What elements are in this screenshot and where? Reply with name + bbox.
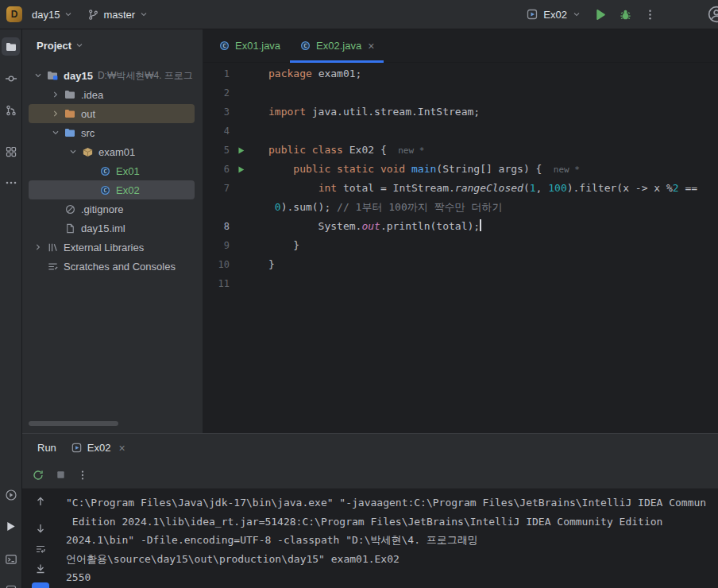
java-class-icon: C	[218, 40, 230, 52]
line-number: 3	[203, 103, 230, 122]
tree-item-exam01[interactable]: exam01	[29, 142, 195, 161]
run-button[interactable]	[593, 8, 607, 21]
close-icon[interactable]: ×	[119, 442, 125, 455]
tree-item-out[interactable]: out	[29, 104, 195, 123]
code-text[interactable]: }	[268, 255, 275, 274]
gutter	[230, 255, 268, 274]
branch-selector[interactable]: master	[83, 6, 153, 23]
run-tab-ex02[interactable]: Ex02 ×	[71, 442, 125, 455]
project-panel-header[interactable]: Project	[22, 29, 203, 61]
chevron-down-icon	[139, 10, 149, 19]
structure-tool-icon[interactable]	[2, 142, 20, 161]
code-line[interactable]: 1package exam01;	[203, 64, 718, 83]
chevron-expanded-icon[interactable]	[32, 70, 44, 81]
services-tool-icon[interactable]	[2, 485, 20, 504]
project-badge[interactable]: D	[6, 6, 22, 22]
soft-wrap-icon[interactable]	[34, 543, 47, 555]
tab-ex01-java[interactable]: C Ex01.java	[209, 29, 290, 62]
run-config-selector[interactable]: Ex02	[526, 8, 581, 21]
tree-item-label: .gitignore	[81, 203, 123, 215]
chevron-expanded-icon[interactable]	[67, 146, 79, 157]
code-line[interactable]: 2	[203, 83, 718, 103]
code-line[interactable]: 9 }	[203, 236, 718, 255]
commit-tool-icon[interactable]	[2, 69, 20, 87]
tree-item-external-libraries[interactable]: External Libraries	[29, 238, 195, 257]
line-number: 9	[203, 236, 230, 255]
project-panel: Project day15 D:₩박세현₩4. 프로그 .idea out	[22, 29, 203, 433]
tree-item-label: day15.iml	[81, 222, 125, 234]
code-line[interactable]: 3import java.util.stream.IntStream;	[203, 103, 718, 122]
chevron-expanded-icon[interactable]	[49, 127, 62, 138]
code-text[interactable]: int total = IntStream.rangeClosed(1, 100…	[268, 179, 697, 198]
tree-item-label: .idea	[81, 89, 103, 101]
console-output[interactable]: "C:\Program Files\Java\jdk-17\bin\java.e…	[66, 493, 718, 588]
rerun-icon[interactable]	[32, 469, 44, 482]
hidden-tool-icon[interactable]	[2, 581, 20, 588]
run-toolbar	[22, 462, 718, 489]
kebab-menu-icon[interactable]	[77, 470, 88, 481]
code-text[interactable]: import java.util.stream.IntStream;	[268, 103, 480, 122]
tree-item-src[interactable]: src	[29, 123, 195, 142]
code-line[interactable]: 11	[203, 274, 718, 293]
run-line-icon[interactable]	[230, 160, 268, 179]
code-line[interactable]: 6 public static void main(String[] args)…	[203, 160, 718, 179]
code-text[interactable]: public static void main(String[] args) {…	[268, 160, 580, 179]
more-tools-icon[interactable]	[2, 173, 20, 191]
next-occurrence-icon[interactable]	[34, 522, 47, 535]
tab-label: Ex02.java	[316, 40, 361, 52]
pull-requests-tool-icon[interactable]	[2, 101, 20, 119]
tree-item-scratches[interactable]: Scratches and Consoles	[29, 257, 195, 276]
tree-item-gitignore[interactable]: .gitignore	[29, 199, 195, 219]
code-line[interactable]: 5public class Ex02 { new *	[203, 141, 718, 160]
tab-ex02-java[interactable]: C Ex02.java ×	[290, 29, 384, 62]
code-text[interactable]: }	[268, 236, 299, 255]
prev-occurrence-icon[interactable]	[34, 495, 47, 508]
horizontal-scrollbar[interactable]	[29, 421, 118, 426]
console-line: Edition 2024.1\lib\idea_rt.jar=51428:C:\…	[66, 513, 718, 532]
chevron-collapsed-icon[interactable]	[49, 108, 62, 119]
code-text[interactable]: package exam01;	[268, 64, 361, 83]
package-icon	[79, 146, 95, 158]
project-tool-icon[interactable]	[2, 37, 20, 56]
code-text[interactable]: System.out.println(total);	[268, 217, 481, 236]
project-selector[interactable]: day15	[27, 6, 78, 23]
run-tool-icon[interactable]	[2, 517, 20, 536]
editor: C Ex01.java C Ex02.java × 1package exam0…	[203, 29, 718, 433]
tree-item-day15-iml[interactable]: day15.iml	[29, 219, 195, 238]
project-name: day15	[32, 9, 60, 21]
gutter	[230, 103, 268, 122]
stop-icon[interactable]	[55, 469, 67, 481]
tree-item-ex01[interactable]: C Ex01	[29, 161, 195, 180]
code-text[interactable]: public class Ex02 { new *	[268, 141, 424, 160]
clear-console-icon[interactable]	[32, 582, 49, 588]
gutter	[230, 274, 268, 293]
run-line-icon[interactable]	[230, 141, 268, 160]
line-number: 11	[203, 274, 230, 293]
kebab-menu-icon[interactable]	[644, 9, 656, 21]
tree-item-idea[interactable]: .idea	[29, 85, 195, 104]
run-config-icon	[71, 442, 83, 454]
debug-button[interactable]	[619, 8, 632, 21]
chevron-collapsed-icon[interactable]	[49, 89, 62, 100]
run-tab-bar: Run Ex02 ×	[22, 434, 718, 462]
tree-item-day15[interactable]: day15 D:₩박세현₩4. 프로그	[29, 66, 195, 85]
code-line[interactable]: 0).sum(); // 1부터 100까지 짝수만 더하기	[203, 198, 718, 217]
run-config-name: Ex02	[543, 9, 567, 21]
tree-item-label: out	[81, 108, 95, 120]
run-tab-label: Ex02	[87, 442, 111, 454]
code-area[interactable]: 1package exam01;23import java.util.strea…	[203, 63, 718, 293]
console-line: 2550	[66, 568, 718, 587]
tree-item-ex02[interactable]: C Ex02	[29, 180, 195, 199]
java-class-icon: C	[97, 184, 113, 196]
code-text[interactable]: 0).sum(); // 1부터 100까지 짝수만 더하기	[268, 198, 502, 217]
line-number	[203, 198, 230, 217]
code-line[interactable]: 4	[203, 122, 718, 141]
profile-icon[interactable]	[708, 6, 718, 23]
chevron-collapsed-icon[interactable]	[32, 242, 44, 253]
close-icon[interactable]: ×	[368, 40, 374, 52]
scroll-to-end-icon[interactable]	[34, 563, 47, 575]
code-line[interactable]: 7 int total = IntStream.rangeClosed(1, 1…	[203, 179, 718, 198]
terminal-tool-icon[interactable]	[2, 550, 20, 568]
code-line[interactable]: 10}	[203, 255, 718, 274]
code-line[interactable]: 8 System.out.println(total);	[203, 217, 718, 236]
